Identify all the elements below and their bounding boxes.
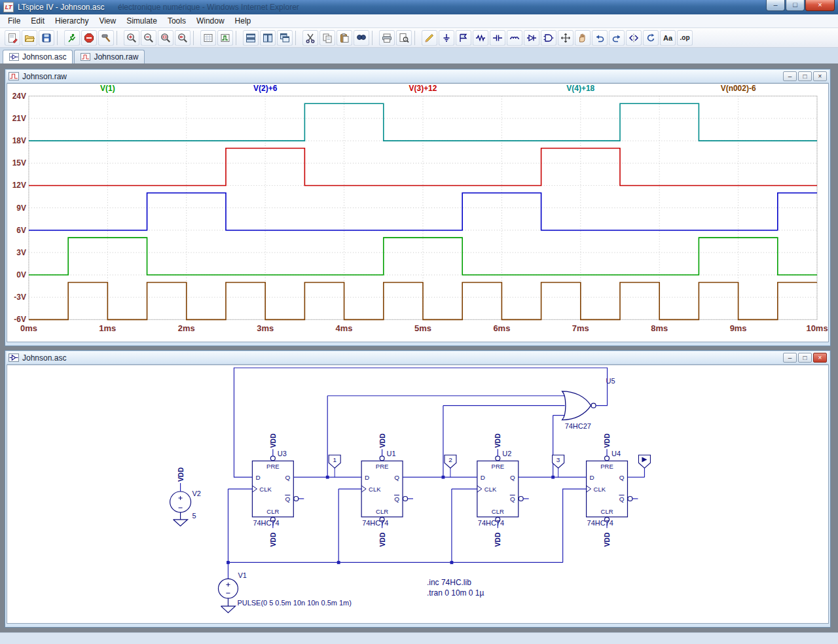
find-icon xyxy=(356,33,367,43)
menu-tools[interactable]: Tools xyxy=(162,14,191,27)
menu-help[interactable]: Help xyxy=(230,14,257,27)
toolbar-separator xyxy=(236,31,240,45)
wave-window-title: Johnson.raw xyxy=(22,72,67,81)
zoom-back-button[interactable] xyxy=(141,30,156,46)
wave-restore-button[interactable]: □ xyxy=(798,71,812,81)
paste-button[interactable] xyxy=(337,30,352,46)
menu-file[interactable]: File xyxy=(3,14,26,27)
schematic-file-icon xyxy=(9,353,19,362)
undo-icon xyxy=(594,33,605,43)
schematic-text: CLK xyxy=(594,486,606,493)
net-label-button[interactable] xyxy=(456,30,471,46)
zoom-previous-button[interactable] xyxy=(175,30,191,46)
window-maximize-button[interactable]: □ xyxy=(786,0,805,11)
schematic-window-titlebar[interactable]: Johnson.asc – □ × xyxy=(7,351,829,365)
mirror-button[interactable] xyxy=(626,30,642,46)
schematic-area: PREDCLKCLRQQVDDVDDU374HC74PREDCLKCLRQQVD… xyxy=(7,365,829,624)
zoom-in-button[interactable] xyxy=(124,30,139,46)
copy-button[interactable] xyxy=(319,30,335,46)
pre-bubble xyxy=(496,456,500,461)
print-icon xyxy=(382,33,392,43)
trace-label[interactable]: V(1) xyxy=(100,84,115,93)
schematic-minimize-button[interactable]: – xyxy=(783,353,797,363)
y-tick-label: 6V xyxy=(16,226,26,235)
inductor-button[interactable] xyxy=(507,30,522,46)
wire xyxy=(221,606,235,613)
trace-label[interactable]: V(2)+6 xyxy=(253,84,278,93)
undo-button[interactable] xyxy=(592,30,608,46)
cut-icon xyxy=(305,33,316,43)
wave-close-button[interactable]: × xyxy=(813,71,827,81)
nor-gate[interactable] xyxy=(562,391,591,420)
new-schematic-button[interactable] xyxy=(5,30,20,46)
port-flag-out[interactable] xyxy=(638,455,650,468)
menu-view[interactable]: View xyxy=(94,14,121,27)
redo-button[interactable] xyxy=(609,30,625,46)
autorange-button[interactable] xyxy=(217,30,233,46)
component-button[interactable] xyxy=(541,30,556,46)
menu-window[interactable]: Window xyxy=(191,14,230,27)
trace-label[interactable]: V(4)+18 xyxy=(566,84,594,93)
inductor-icon xyxy=(509,33,520,43)
waveform-plot[interactable]: 24V21V18V15V12V9V6V3V0V-3V-6V0ms1ms2ms3m… xyxy=(7,84,828,342)
window-minimize-button[interactable]: – xyxy=(766,0,785,11)
drag-button[interactable] xyxy=(575,30,591,46)
schematic-close-button[interactable]: × xyxy=(813,353,827,363)
x-tick-label: 3ms xyxy=(257,323,274,333)
cascade-button[interactable] xyxy=(277,30,293,46)
save-button[interactable] xyxy=(39,30,54,46)
wire xyxy=(477,486,482,492)
x-tick-label: 6ms xyxy=(493,323,510,333)
spice-directive-button[interactable]: .op xyxy=(677,30,693,46)
halt-button[interactable] xyxy=(81,30,97,46)
diode-icon xyxy=(526,33,537,43)
wire-button[interactable] xyxy=(422,30,437,46)
control-panel-button[interactable] xyxy=(98,30,114,46)
schematic-text: CLR xyxy=(376,508,388,515)
trace-V(3)+12 xyxy=(29,149,817,186)
menu-hierarchy[interactable]: Hierarchy xyxy=(50,14,94,27)
tab-johnson-raw[interactable]: Johnson.raw xyxy=(74,50,145,63)
tile-vertical-button[interactable] xyxy=(260,30,276,46)
schematic-canvas[interactable]: PREDCLKCLRQQVDDVDDU374HC74PREDCLKCLRQQVD… xyxy=(7,365,828,623)
diode-button[interactable] xyxy=(524,30,539,46)
move-icon xyxy=(560,33,571,43)
net-flag-label: 3 xyxy=(556,456,560,463)
trace-label[interactable]: V(3)+12 xyxy=(409,84,437,93)
wire xyxy=(252,486,257,492)
schematic-restore-button[interactable]: □ xyxy=(798,353,812,363)
tile-horizontal-button[interactable] xyxy=(243,30,259,46)
tab-johnson-asc[interactable]: Johnson.asc xyxy=(3,50,73,63)
print-button[interactable] xyxy=(379,30,395,46)
move-button[interactable] xyxy=(558,30,574,46)
source-value: 5 xyxy=(192,512,196,520)
find-button[interactable] xyxy=(354,30,369,46)
open-button[interactable] xyxy=(22,30,37,46)
rotate-button[interactable] xyxy=(643,30,659,46)
text-button[interactable]: Aa xyxy=(660,30,676,46)
print-preview-button[interactable] xyxy=(396,30,412,46)
window-close-button[interactable]: × xyxy=(805,0,835,11)
grid-button[interactable] xyxy=(200,30,216,46)
wave-window-titlebar[interactable]: Johnson.raw – □ × xyxy=(7,70,829,83)
vdd-flag: VDD xyxy=(270,433,277,448)
schematic-text: CLR xyxy=(601,508,613,515)
cut-button[interactable] xyxy=(302,30,318,46)
x-tick-label: 1ms xyxy=(99,323,116,333)
spice-directive-icon: .op xyxy=(680,34,690,41)
resistor-button[interactable] xyxy=(473,30,488,46)
menu-edit[interactable]: Edit xyxy=(26,14,50,27)
resistor-icon xyxy=(475,33,486,43)
menu-simulate[interactable]: Simulate xyxy=(121,14,162,27)
ground-button[interactable] xyxy=(439,30,454,46)
trace-label[interactable]: V(n002)-6 xyxy=(721,84,756,93)
tab-bar: Johnson.asc Johnson.raw xyxy=(0,48,838,63)
capacitor-button[interactable] xyxy=(490,30,505,46)
net-label-icon xyxy=(458,33,469,43)
x-tick-label: 9ms xyxy=(730,323,747,333)
zoom-full-button[interactable] xyxy=(158,30,173,46)
wave-minimize-button[interactable]: – xyxy=(783,71,797,81)
x-tick-label: 7ms xyxy=(572,323,589,333)
run-button[interactable] xyxy=(64,30,80,46)
cascade-icon xyxy=(280,33,290,43)
